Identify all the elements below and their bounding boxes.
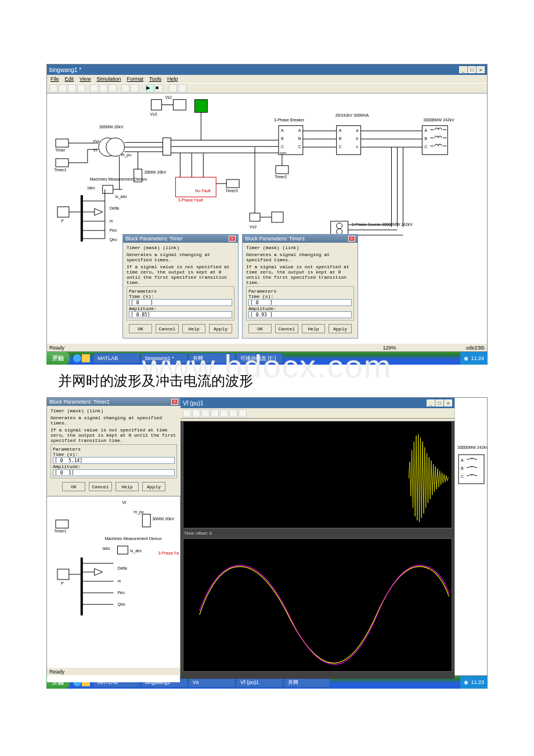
ie-icon[interactable]: [73, 354, 81, 362]
open-icon[interactable]: [59, 84, 67, 92]
start-button[interactable]: 开始: [46, 352, 70, 365]
menubar[interactable]: File Edit View Simulation Format Tools H…: [47, 75, 487, 83]
zoomx-icon[interactable]: [201, 409, 210, 417]
params-icon[interactable]: [239, 409, 247, 417]
svg-text:A: A: [298, 128, 301, 132]
undo-icon[interactable]: [121, 84, 129, 92]
zoomy-icon[interactable]: [211, 409, 219, 417]
svg-text:5.14: 5.14: [371, 667, 378, 671]
print-icon[interactable]: [77, 84, 85, 92]
amp-input[interactable]: [53, 469, 175, 476]
svg-text:1.5: 1.5: [189, 564, 194, 568]
minimize-icon[interactable]: _: [459, 66, 467, 73]
time-input[interactable]: [53, 457, 175, 464]
taskbar[interactable]: 开始 MATLAB bingwang1 * 并网 可移动磁盘 (F:) ◉ 11…: [46, 352, 488, 365]
zoom-icon[interactable]: [192, 409, 200, 417]
ok-button[interactable]: OK: [62, 482, 85, 491]
menu-format[interactable]: Format: [127, 76, 143, 82]
amp-input[interactable]: [248, 311, 352, 318]
dialog-timer2[interactable]: Block Parameters: Timer2× Timer (mask) (…: [47, 398, 181, 496]
tray-icon[interactable]: ◉: [464, 679, 468, 685]
apply-button[interactable]: Apply: [329, 324, 352, 333]
params-label: Parameters: [53, 447, 175, 452]
copy-icon[interactable]: [99, 84, 107, 92]
svg-text:B: B: [424, 136, 427, 141]
svg-text:B: B: [281, 136, 284, 141]
close-icon[interactable]: ×: [444, 399, 452, 406]
autoscale-icon[interactable]: [220, 409, 228, 417]
dialog-timer[interactable]: Block Parameters: Timer× Timer (mask) (l…: [122, 234, 239, 339]
cancel-button[interactable]: Cancel: [89, 482, 112, 491]
save-icon[interactable]: [229, 409, 237, 417]
ok-button[interactable]: OK: [248, 324, 272, 333]
scope-plot-top[interactable]: 80006000400020000-2000-4000-6000 0123456: [183, 421, 452, 528]
help-button[interactable]: Help: [302, 324, 325, 333]
scope-plot-bottom[interactable]: x 10 21.510.50-0.5-1-1.5 5.115.1155.125.…: [183, 538, 452, 672]
mask-label: Timer (mask) (link): [246, 245, 354, 250]
titlebar[interactable]: bingwang1 * _ □ ×: [47, 64, 487, 75]
task-bingwang[interactable]: bingwang1 *: [141, 353, 187, 363]
svg-text:5.15: 5.15: [430, 667, 438, 671]
task-bingwang2[interactable]: 并网: [189, 353, 235, 363]
maximize-icon[interactable]: □: [435, 399, 443, 406]
time-input[interactable]: [248, 299, 352, 306]
dialog-title[interactable]: Block Parameters: Timer×: [123, 235, 238, 243]
step-icon[interactable]: [169, 84, 177, 92]
play-icon[interactable]: ▶: [146, 84, 154, 92]
paste-icon[interactable]: [109, 84, 117, 92]
menu-simulation[interactable]: Simulation: [96, 76, 121, 82]
amp-input[interactable]: [129, 311, 232, 318]
scope-titlebar[interactable]: Vf (pu)1 _ □ ×: [181, 398, 454, 408]
menu-view[interactable]: View: [80, 76, 91, 82]
svg-text:2: 2: [281, 523, 283, 527]
scope-toolbar[interactable]: [181, 408, 454, 419]
svg-text:Vs3: Vs3: [150, 112, 157, 116]
dialog-title[interactable]: Block Parameters: Timer2×: [47, 398, 181, 406]
statusbar: Ready: [47, 667, 180, 675]
folder-icon[interactable]: [82, 354, 90, 362]
cancel-button[interactable]: Cancel: [156, 324, 179, 333]
svg-text:2000: 2000: [185, 464, 193, 468]
dialog-title[interactable]: Block Parameters: Timer1×: [243, 235, 358, 243]
menu-edit[interactable]: Edit: [65, 76, 74, 82]
time-input[interactable]: [129, 299, 232, 306]
svg-text:Timer3: Timer3: [225, 189, 238, 193]
model-canvas-partial[interactable]: Vfm_pu 30MW 20kV Timer1 Machines Measure…: [47, 496, 180, 682]
print-icon[interactable]: [183, 409, 191, 417]
close-icon[interactable]: ×: [348, 236, 355, 242]
help-button[interactable]: Help: [116, 482, 139, 491]
simulink-window: bingwang1 * _ □ × File Edit View Simulat…: [46, 64, 488, 352]
new-icon[interactable]: [49, 84, 57, 92]
task-disk[interactable]: 可移动磁盘 (F:): [236, 353, 283, 363]
close-icon[interactable]: ×: [477, 66, 485, 73]
close-icon[interactable]: ×: [171, 399, 178, 405]
menu-tools[interactable]: Tools: [149, 76, 161, 82]
ok-button[interactable]: OK: [129, 324, 152, 333]
svg-text:-1: -1: [190, 645, 193, 649]
menu-file[interactable]: File: [50, 76, 59, 82]
menu-help[interactable]: Help: [167, 76, 178, 82]
desc: Generates a signal changing at specified…: [50, 415, 177, 426]
model-canvas[interactable]: Vs3 Vs1 300MW 20kV PmVfm_pu Timer Timer1: [47, 93, 487, 343]
note: If a signal value is not specified at ti…: [50, 427, 177, 443]
maximize-icon[interactable]: □: [468, 66, 476, 73]
minimize-icon[interactable]: _: [427, 399, 435, 406]
save-icon[interactable]: [68, 84, 76, 92]
clock: 11:23: [471, 679, 484, 685]
close-icon[interactable]: ×: [229, 236, 236, 242]
apply-button[interactable]: Apply: [209, 324, 232, 333]
stop-icon[interactable]: ■: [155, 84, 163, 92]
toolbar[interactable]: ▶ ■: [47, 83, 487, 93]
tray[interactable]: ◉ 11:24: [460, 352, 488, 365]
svg-text:Machines
Measurement
Demux: Machines Measurement Demux: [90, 177, 147, 181]
redo-icon[interactable]: [131, 84, 139, 92]
cut-icon[interactable]: [90, 84, 98, 92]
apply-button[interactable]: Apply: [142, 482, 165, 491]
tray[interactable]: ◉ 11:23: [460, 676, 488, 689]
dialog-timer1[interactable]: Block Parameters: Timer1× Timer (mask) (…: [242, 234, 358, 339]
help-button[interactable]: Help: [182, 324, 205, 333]
build-icon[interactable]: [178, 84, 186, 92]
task-matlab[interactable]: MATLAB: [93, 353, 140, 363]
cancel-button[interactable]: Cancel: [275, 324, 298, 333]
tray-icon[interactable]: ◉: [464, 355, 468, 361]
